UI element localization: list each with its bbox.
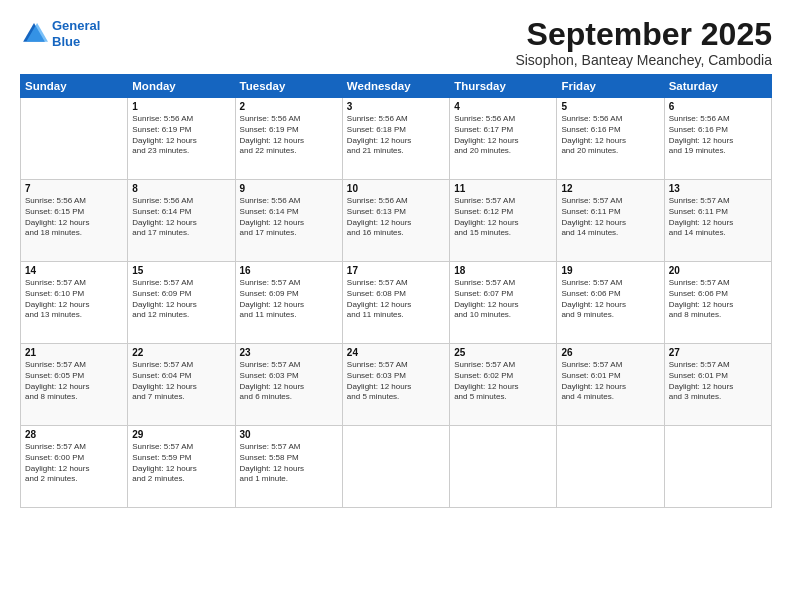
day-info: Sunrise: 5:56 AM Sunset: 6:16 PM Dayligh… — [561, 114, 659, 157]
calendar-cell: 7Sunrise: 5:56 AM Sunset: 6:15 PM Daylig… — [21, 180, 128, 262]
col-header-thursday: Thursday — [450, 75, 557, 98]
day-number: 10 — [347, 183, 445, 194]
day-number: 17 — [347, 265, 445, 276]
day-number: 23 — [240, 347, 338, 358]
day-info: Sunrise: 5:56 AM Sunset: 6:13 PM Dayligh… — [347, 196, 445, 239]
month-title: September 2025 — [515, 18, 772, 50]
day-info: Sunrise: 5:56 AM Sunset: 6:19 PM Dayligh… — [132, 114, 230, 157]
col-header-friday: Friday — [557, 75, 664, 98]
day-number: 24 — [347, 347, 445, 358]
day-info: Sunrise: 5:57 AM Sunset: 6:06 PM Dayligh… — [561, 278, 659, 321]
day-number: 1 — [132, 101, 230, 112]
calendar-cell: 4Sunrise: 5:56 AM Sunset: 6:17 PM Daylig… — [450, 98, 557, 180]
calendar-cell: 27Sunrise: 5:57 AM Sunset: 6:01 PM Dayli… — [664, 344, 771, 426]
day-number: 26 — [561, 347, 659, 358]
calendar-cell: 30Sunrise: 5:57 AM Sunset: 5:58 PM Dayli… — [235, 426, 342, 508]
day-info: Sunrise: 5:56 AM Sunset: 6:15 PM Dayligh… — [25, 196, 123, 239]
calendar-cell: 17Sunrise: 5:57 AM Sunset: 6:08 PM Dayli… — [342, 262, 449, 344]
day-number: 7 — [25, 183, 123, 194]
calendar-cell: 28Sunrise: 5:57 AM Sunset: 6:00 PM Dayli… — [21, 426, 128, 508]
calendar-cell: 21Sunrise: 5:57 AM Sunset: 6:05 PM Dayli… — [21, 344, 128, 426]
col-header-saturday: Saturday — [664, 75, 771, 98]
calendar-cell: 26Sunrise: 5:57 AM Sunset: 6:01 PM Dayli… — [557, 344, 664, 426]
day-info: Sunrise: 5:57 AM Sunset: 6:04 PM Dayligh… — [132, 360, 230, 403]
logo-line2: Blue — [52, 34, 80, 49]
day-number: 16 — [240, 265, 338, 276]
page: General Blue September 2025 Sisophon, Ba… — [0, 0, 792, 612]
logo: General Blue — [20, 18, 100, 49]
day-info: Sunrise: 5:56 AM Sunset: 6:17 PM Dayligh… — [454, 114, 552, 157]
week-row-4: 21Sunrise: 5:57 AM Sunset: 6:05 PM Dayli… — [21, 344, 772, 426]
calendar-cell: 16Sunrise: 5:57 AM Sunset: 6:09 PM Dayli… — [235, 262, 342, 344]
day-number: 12 — [561, 183, 659, 194]
logo-icon — [20, 20, 48, 48]
day-number: 20 — [669, 265, 767, 276]
calendar-cell: 29Sunrise: 5:57 AM Sunset: 5:59 PM Dayli… — [128, 426, 235, 508]
day-info: Sunrise: 5:57 AM Sunset: 6:02 PM Dayligh… — [454, 360, 552, 403]
week-row-1: 1Sunrise: 5:56 AM Sunset: 6:19 PM Daylig… — [21, 98, 772, 180]
day-number: 11 — [454, 183, 552, 194]
day-info: Sunrise: 5:57 AM Sunset: 6:09 PM Dayligh… — [132, 278, 230, 321]
calendar-cell: 3Sunrise: 5:56 AM Sunset: 6:18 PM Daylig… — [342, 98, 449, 180]
calendar-cell: 13Sunrise: 5:57 AM Sunset: 6:11 PM Dayli… — [664, 180, 771, 262]
day-info: Sunrise: 5:57 AM Sunset: 5:58 PM Dayligh… — [240, 442, 338, 485]
day-number: 13 — [669, 183, 767, 194]
calendar-cell: 22Sunrise: 5:57 AM Sunset: 6:04 PM Dayli… — [128, 344, 235, 426]
day-number: 4 — [454, 101, 552, 112]
calendar-cell — [557, 426, 664, 508]
day-number: 22 — [132, 347, 230, 358]
day-number: 18 — [454, 265, 552, 276]
col-header-monday: Monday — [128, 75, 235, 98]
day-number: 29 — [132, 429, 230, 440]
calendar-cell — [342, 426, 449, 508]
day-number: 30 — [240, 429, 338, 440]
day-number: 19 — [561, 265, 659, 276]
calendar-cell: 2Sunrise: 5:56 AM Sunset: 6:19 PM Daylig… — [235, 98, 342, 180]
calendar-cell: 9Sunrise: 5:56 AM Sunset: 6:14 PM Daylig… — [235, 180, 342, 262]
day-info: Sunrise: 5:57 AM Sunset: 6:09 PM Dayligh… — [240, 278, 338, 321]
calendar-cell — [21, 98, 128, 180]
calendar-cell — [664, 426, 771, 508]
calendar-cell: 1Sunrise: 5:56 AM Sunset: 6:19 PM Daylig… — [128, 98, 235, 180]
subtitle: Sisophon, Banteay Meanchey, Cambodia — [515, 52, 772, 68]
col-header-tuesday: Tuesday — [235, 75, 342, 98]
day-info: Sunrise: 5:57 AM Sunset: 6:01 PM Dayligh… — [669, 360, 767, 403]
day-number: 2 — [240, 101, 338, 112]
week-row-5: 28Sunrise: 5:57 AM Sunset: 6:00 PM Dayli… — [21, 426, 772, 508]
day-number: 27 — [669, 347, 767, 358]
day-info: Sunrise: 5:57 AM Sunset: 6:12 PM Dayligh… — [454, 196, 552, 239]
day-info: Sunrise: 5:57 AM Sunset: 6:11 PM Dayligh… — [669, 196, 767, 239]
calendar-cell: 15Sunrise: 5:57 AM Sunset: 6:09 PM Dayli… — [128, 262, 235, 344]
day-number: 15 — [132, 265, 230, 276]
calendar-cell: 8Sunrise: 5:56 AM Sunset: 6:14 PM Daylig… — [128, 180, 235, 262]
day-number: 9 — [240, 183, 338, 194]
day-info: Sunrise: 5:56 AM Sunset: 6:14 PM Dayligh… — [132, 196, 230, 239]
calendar-table: SundayMondayTuesdayWednesdayThursdayFrid… — [20, 74, 772, 508]
title-block: September 2025 Sisophon, Banteay Meanche… — [515, 18, 772, 68]
day-number: 21 — [25, 347, 123, 358]
day-info: Sunrise: 5:57 AM Sunset: 6:05 PM Dayligh… — [25, 360, 123, 403]
day-info: Sunrise: 5:56 AM Sunset: 6:19 PM Dayligh… — [240, 114, 338, 157]
week-row-2: 7Sunrise: 5:56 AM Sunset: 6:15 PM Daylig… — [21, 180, 772, 262]
day-number: 3 — [347, 101, 445, 112]
calendar-cell: 12Sunrise: 5:57 AM Sunset: 6:11 PM Dayli… — [557, 180, 664, 262]
calendar-cell: 20Sunrise: 5:57 AM Sunset: 6:06 PM Dayli… — [664, 262, 771, 344]
day-number: 25 — [454, 347, 552, 358]
day-info: Sunrise: 5:57 AM Sunset: 6:03 PM Dayligh… — [240, 360, 338, 403]
day-number: 14 — [25, 265, 123, 276]
day-info: Sunrise: 5:57 AM Sunset: 6:06 PM Dayligh… — [669, 278, 767, 321]
calendar-cell: 14Sunrise: 5:57 AM Sunset: 6:10 PM Dayli… — [21, 262, 128, 344]
logo-text: General Blue — [52, 18, 100, 49]
day-info: Sunrise: 5:57 AM Sunset: 6:01 PM Dayligh… — [561, 360, 659, 403]
day-info: Sunrise: 5:56 AM Sunset: 6:14 PM Dayligh… — [240, 196, 338, 239]
day-info: Sunrise: 5:57 AM Sunset: 6:08 PM Dayligh… — [347, 278, 445, 321]
day-info: Sunrise: 5:56 AM Sunset: 6:16 PM Dayligh… — [669, 114, 767, 157]
calendar-cell: 19Sunrise: 5:57 AM Sunset: 6:06 PM Dayli… — [557, 262, 664, 344]
day-info: Sunrise: 5:57 AM Sunset: 6:07 PM Dayligh… — [454, 278, 552, 321]
calendar-cell: 25Sunrise: 5:57 AM Sunset: 6:02 PM Dayli… — [450, 344, 557, 426]
header: General Blue September 2025 Sisophon, Ba… — [20, 18, 772, 68]
day-info: Sunrise: 5:57 AM Sunset: 6:03 PM Dayligh… — [347, 360, 445, 403]
calendar-cell — [450, 426, 557, 508]
day-number: 6 — [669, 101, 767, 112]
calendar-cell: 11Sunrise: 5:57 AM Sunset: 6:12 PM Dayli… — [450, 180, 557, 262]
